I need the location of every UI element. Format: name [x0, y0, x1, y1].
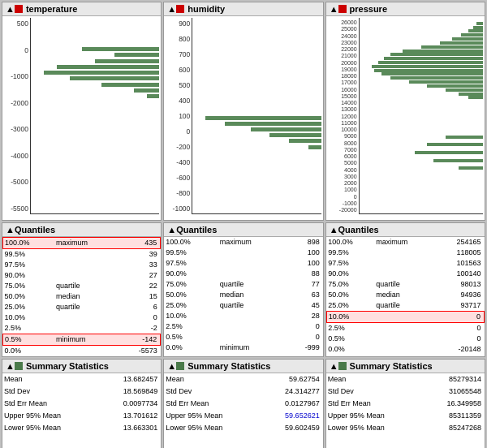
- humidity-quantiles-table: 100.0%maximum898 99.5%100 97.5%100 90.0%…: [164, 237, 322, 353]
- temperature-quantiles-panel: ▲ Quantiles 100.0% maximum 435 99.5%39 9…: [2, 222, 162, 357]
- pressure-stats-title: Summary Statistics: [350, 361, 433, 371]
- pressure-quantiles-header: ▲ Quantiles: [326, 223, 485, 237]
- humidity-stats-title: Summary Statistics: [187, 361, 270, 371]
- table-row: 75.0%quartile77: [164, 279, 322, 290]
- table-row: Upper 95% Mean 59.652621: [164, 410, 322, 422]
- table-row: Std Dev 18.569849: [2, 386, 161, 398]
- table-row: 0.0%-20148: [326, 344, 484, 355]
- temperature-icon: [15, 5, 23, 13]
- table-row: 99.5%118005: [326, 248, 484, 258]
- stat-label: Mean: [2, 373, 98, 386]
- table-row: 50.0%median63: [164, 290, 322, 300]
- stat-label: Std Err Mean: [164, 398, 260, 410]
- stat-value: 13.701612: [98, 410, 161, 422]
- stat-value: 13.663301: [98, 422, 161, 434]
- temperature-quantiles-table: 100.0% maximum 435 99.5%39 97.5%33 90.0%…: [2, 237, 161, 356]
- table-row: 25.0%quartile93717: [326, 300, 484, 312]
- humidity-collapse-icon[interactable]: ▲: [167, 4, 176, 14]
- pressure-chart-panel: ▲ pressure 26000 25000 24000 23000 22000…: [325, 2, 485, 221]
- temperature-chart-area: [30, 18, 159, 214]
- humidity-icon: [176, 5, 184, 13]
- table-row: 10.0%28: [164, 311, 322, 321]
- table-row: 2.5%0: [326, 323, 484, 334]
- stat-label: Upper 95% Mean: [326, 410, 422, 422]
- pressure-icon: [338, 5, 347, 13]
- table-row: Std Err Mean 16.349958: [326, 398, 485, 410]
- temperature-quantiles-header: ▲ Quantiles: [2, 223, 161, 237]
- stat-value: 0.0127967: [260, 398, 322, 410]
- stat-label: Std Dev: [164, 386, 260, 398]
- hum-q-collapse-icon[interactable]: ▲: [167, 225, 176, 235]
- pressure-panel-header: ▲ pressure: [326, 2, 485, 16]
- humidity-quantiles-title: Quantiles: [176, 225, 217, 235]
- table-row: 100.0%maximum898: [164, 237, 322, 248]
- table-row: Std Err Mean 0.0097734: [2, 398, 161, 410]
- temp-s-collapse-icon[interactable]: ▲: [6, 361, 15, 371]
- stat-value: 59.652621: [260, 410, 322, 422]
- table-row: 0.0%-5573: [3, 346, 161, 357]
- temp-q-collapse-icon[interactable]: ▲: [6, 225, 15, 235]
- pres-s-collapse-icon[interactable]: ▲: [330, 361, 338, 371]
- table-row: 25.0%quartile6: [3, 302, 161, 312]
- hum-s-collapse-icon[interactable]: ▲: [167, 361, 176, 371]
- humidity-y-axis: 900 800 700 600 500 400 100 0 -200 -400 …: [166, 18, 192, 214]
- table-row: 2.5%-2: [3, 323, 161, 334]
- table-row: Lower 95% Mean 85247268: [326, 422, 485, 434]
- stat-value: 59.602459: [260, 422, 322, 434]
- pressure-collapse-icon[interactable]: ▲: [330, 4, 338, 14]
- humidity-quantiles-header: ▲ Quantiles: [164, 223, 322, 237]
- table-row: 10.0%0: [3, 312, 161, 323]
- table-row: 90.0%100140: [326, 269, 484, 279]
- table-row: 0.0%minimum-999: [164, 342, 322, 353]
- table-row: Mean 85279314: [326, 373, 485, 386]
- table-row: Lower 95% Mean 59.602459: [164, 422, 322, 434]
- table-row: Mean 13.682457: [2, 373, 161, 386]
- stat-label: Upper 95% Mean: [2, 410, 98, 422]
- table-row: Std Dev 24.314277: [164, 386, 322, 398]
- humidity-stats-panel: ▲ Summary Statistics Mean 59.62754 Std D…: [163, 359, 323, 448]
- pressure-stats-table: Mean 85279314 Std Dev 31065548 Std Err M…: [326, 373, 485, 434]
- pressure-stats-header: ▲ Summary Statistics: [326, 360, 485, 373]
- temperature-chart-panel: ▲ temperature 500 0 -1000 -2000 -3000 -4…: [2, 2, 162, 221]
- stat-value: 59.62754: [260, 373, 322, 386]
- humidity-stats-header: ▲ Summary Statistics: [164, 360, 322, 373]
- pres-stats-icon: [338, 362, 347, 370]
- table-row: Std Dev 31065548: [326, 386, 485, 398]
- stat-label: Std Err Mean: [326, 398, 422, 410]
- humidity-chart-panel: ▲ humidity 900 800 700 600 500 400 100 0…: [163, 2, 323, 221]
- hum-stats-icon: [176, 362, 184, 370]
- humidity-chart-content: 900 800 700 600 500 400 100 0 -200 -400 …: [164, 16, 322, 216]
- table-row: 75.0%quartile98013: [326, 279, 484, 290]
- stat-value: 31065548: [422, 386, 485, 398]
- temperature-panel-header: ▲ temperature: [2, 2, 161, 16]
- stat-label: Upper 95% Mean: [164, 410, 260, 422]
- pressure-y-axis: 26000 25000 24000 23000 22000 21000 2000…: [328, 18, 359, 214]
- humidity-panel-header: ▲ humidity: [164, 2, 322, 16]
- table-row: 90.0%27: [3, 270, 161, 281]
- temperature-collapse-icon[interactable]: ▲: [6, 4, 15, 14]
- pressure-chart-area: [359, 18, 483, 214]
- pres-q-collapse-icon[interactable]: ▲: [330, 225, 338, 235]
- stat-label: Mean: [164, 373, 260, 386]
- table-row: Upper 95% Mean 85311359: [326, 410, 485, 422]
- table-row: Upper 95% Mean 13.701612: [2, 410, 161, 422]
- pressure-quantiles-panel: ▲ Quantiles 100.0%maximum254165 99.5%118…: [325, 222, 485, 357]
- temperature-stats-table: Mean 13.682457 Std Dev 18.569849 Std Err…: [2, 373, 161, 434]
- temperature-stats-header: ▲ Summary Statistics: [2, 360, 161, 373]
- table-row: 97.5%101563: [326, 258, 484, 269]
- stat-label: Lower 95% Mean: [2, 422, 98, 434]
- temperature-quantiles-title: Quantiles: [15, 225, 55, 235]
- temperature-chart-content: 500 0 -1000 -2000 -3000 -4000 -5000 -550…: [2, 16, 161, 216]
- table-row: 50.0%median94936: [326, 290, 484, 300]
- table-row: 50.0%median15: [3, 291, 161, 302]
- table-row: 0.5%0: [164, 332, 322, 342]
- pressure-quantiles-title: Quantiles: [338, 225, 379, 235]
- table-row: 0.5% minimum -142: [3, 334, 161, 346]
- stat-label: Std Err Mean: [2, 398, 98, 410]
- pressure-stats-panel: ▲ Summary Statistics Mean 85279314 Std D…: [325, 359, 485, 448]
- stat-value: 18.569849: [98, 386, 161, 398]
- table-row: Std Err Mean 0.0127967: [164, 398, 322, 410]
- temperature-stats-title: Summary Statistics: [26, 361, 109, 371]
- stat-value: 24.314277: [260, 386, 322, 398]
- pressure-quantiles-table: 100.0%maximum254165 99.5%118005 97.5%101…: [326, 237, 485, 355]
